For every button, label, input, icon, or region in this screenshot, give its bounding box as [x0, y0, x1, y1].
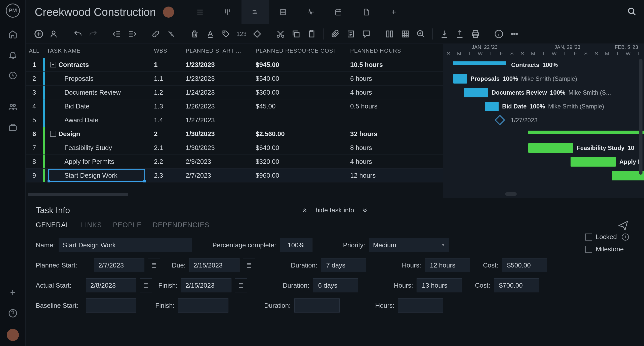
trash-icon[interactable] — [190, 29, 200, 39]
view-gantt-icon[interactable] — [242, 0, 269, 24]
gantt-bar[interactable] — [453, 61, 506, 65]
baseline-finish-input[interactable] — [178, 298, 228, 313]
gantt-vertical-scrollbar[interactable] — [639, 59, 642, 175]
clock-icon[interactable] — [8, 70, 18, 81]
locked-checkbox[interactable] — [585, 234, 592, 241]
pct-complete-input[interactable] — [280, 238, 312, 252]
col-planned-hours[interactable]: PLANNED HOURS — [346, 44, 411, 58]
copy-icon[interactable] — [291, 29, 301, 39]
collapse-icon[interactable]: − — [50, 131, 56, 137]
paste-icon[interactable] — [307, 29, 317, 39]
tab-general[interactable]: GENERAL — [36, 221, 70, 229]
bell-icon[interactable] — [8, 50, 18, 60]
unlink-icon[interactable] — [166, 29, 176, 39]
view-file-icon[interactable] — [352, 0, 380, 24]
format-icon[interactable] — [205, 29, 215, 39]
planned-duration-input[interactable] — [321, 258, 366, 272]
link-icon[interactable] — [151, 29, 161, 39]
table-row[interactable]: 7Feasibility Study2.11/30/2023$640.008 h… — [26, 141, 443, 155]
gantt-bar[interactable] — [571, 157, 616, 167]
user-avatar[interactable] — [7, 329, 19, 341]
calendar-icon[interactable] — [148, 258, 160, 272]
outdent-icon[interactable] — [112, 29, 122, 39]
baseline-hours-input[interactable] — [398, 298, 443, 313]
table-row[interactable]: 3Documents Review1.21/24/2023$360.004 ho… — [26, 86, 443, 99]
search-icon[interactable] — [627, 7, 637, 17]
calendar-icon[interactable] — [140, 278, 152, 292]
actual-finish-input[interactable] — [181, 278, 231, 292]
milestone-icon[interactable] — [252, 29, 262, 39]
gantt-bar[interactable] — [453, 74, 467, 84]
zoom-icon[interactable] — [416, 29, 426, 39]
help-icon[interactable] — [8, 308, 18, 318]
columns-icon[interactable] — [385, 29, 395, 39]
info-icon[interactable] — [494, 29, 504, 39]
gantt-bar[interactable] — [528, 143, 573, 153]
priority-select[interactable]: Medium — [369, 238, 449, 252]
briefcase-icon[interactable] — [8, 123, 18, 133]
collapse-icon[interactable]: − — [50, 62, 56, 67]
add-task-icon[interactable] — [34, 29, 44, 39]
planned-cost-input[interactable] — [502, 258, 547, 272]
calendar-icon[interactable] — [235, 278, 247, 292]
locked-info-icon[interactable]: i — [622, 234, 629, 241]
table-row[interactable]: 8Apply for Permits2.22/3/2023$320.004 ho… — [26, 155, 443, 169]
table-row[interactable]: 6−Design21/30/2023$2,560.0032 hours — [26, 127, 443, 141]
view-list-icon[interactable] — [186, 0, 214, 24]
table-row[interactable]: 1−Contracts11/23/2023$945.0010.5 hours — [26, 58, 443, 72]
planned-hours-input[interactable] — [425, 258, 470, 272]
gantt-milestone[interactable] — [495, 115, 505, 125]
baseline-start-input[interactable] — [86, 298, 136, 313]
planned-start-input[interactable] — [94, 258, 144, 272]
actual-duration-input[interactable] — [313, 278, 358, 292]
tab-links[interactable]: LINKS — [81, 221, 102, 229]
more-icon[interactable] — [509, 29, 519, 39]
milestone-checkbox[interactable] — [585, 246, 592, 253]
col-wbs[interactable]: WBS — [150, 44, 182, 58]
col-task-name[interactable]: TASK NAME — [43, 44, 150, 58]
col-all[interactable]: ALL — [26, 44, 43, 58]
actual-start-input[interactable] — [86, 278, 136, 292]
export-icon[interactable] — [455, 29, 465, 39]
view-calendar-icon[interactable] — [325, 0, 352, 24]
app-logo[interactable]: PM — [6, 4, 20, 18]
indent-icon[interactable] — [127, 29, 137, 39]
actual-cost-input[interactable] — [494, 278, 539, 292]
actual-hours-input[interactable] — [417, 278, 462, 292]
gantt-horizontal-scrollbar[interactable] — [505, 192, 517, 196]
hide-task-info[interactable]: hide task info — [301, 206, 368, 214]
project-avatar[interactable] — [163, 7, 174, 18]
view-add-icon[interactable] — [380, 0, 408, 24]
number-toggle[interactable]: 123 — [236, 30, 247, 37]
gantt-bar[interactable] — [485, 102, 499, 111]
col-planned-start[interactable]: PLANNED START ... — [182, 44, 252, 58]
cut-icon[interactable] — [275, 29, 286, 39]
people-icon[interactable] — [8, 102, 18, 112]
note-icon[interactable] — [346, 29, 356, 39]
assign-icon[interactable] — [49, 29, 59, 39]
comment-icon[interactable] — [361, 29, 371, 39]
tab-people[interactable]: PEOPLE — [113, 221, 142, 229]
undo-icon[interactable] — [73, 29, 83, 39]
col-planned-cost[interactable]: PLANNED RESOURCE COST — [252, 44, 346, 58]
view-board-icon[interactable] — [214, 0, 242, 24]
add-button[interactable]: + — [10, 287, 15, 298]
tag-icon[interactable] — [221, 29, 231, 39]
table-row[interactable]: 4Bid Date1.31/26/2023$45.000.5 hours — [26, 99, 443, 113]
import-icon[interactable] — [439, 29, 449, 39]
table-row[interactable]: 2Proposals1.11/23/2023$540.006 hours — [26, 72, 443, 86]
grid-icon[interactable] — [400, 29, 410, 39]
gantt-bar[interactable] — [464, 88, 488, 97]
table-row[interactable]: 5Award Date1.41/27/2023 — [26, 113, 443, 127]
attach-icon[interactable] — [330, 29, 340, 39]
calendar-icon[interactable] — [243, 258, 255, 272]
baseline-duration-input[interactable] — [294, 298, 340, 313]
due-input[interactable] — [189, 258, 239, 272]
print-icon[interactable] — [470, 29, 480, 39]
view-sheet-icon[interactable] — [269, 0, 297, 24]
send-icon[interactable] — [617, 220, 629, 232]
gantt-bar[interactable] — [528, 131, 644, 134]
view-activity-icon[interactable] — [297, 0, 325, 24]
task-name-input[interactable] — [59, 238, 192, 252]
tab-dependencies[interactable]: DEPENDENCIES — [153, 221, 209, 229]
